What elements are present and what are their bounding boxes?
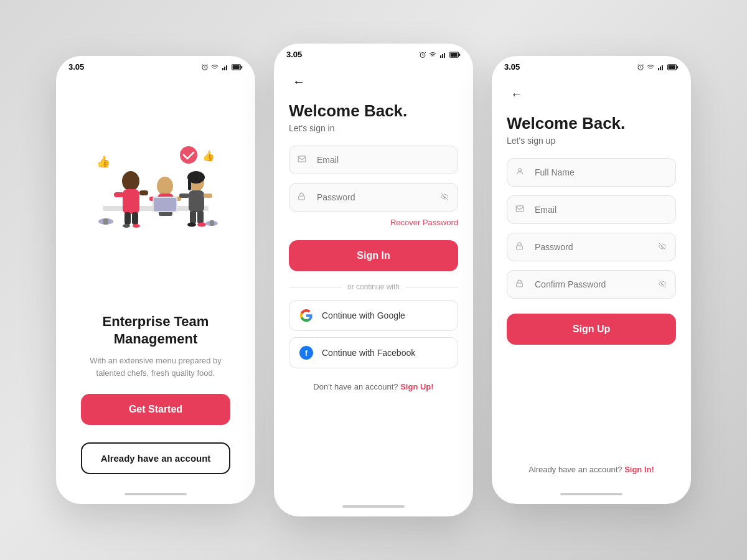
phone-signin: 3.05 ← Welcome Back. Let's sign in bbox=[274, 44, 473, 516]
svg-rect-47 bbox=[298, 156, 306, 162]
svg-rect-1 bbox=[222, 68, 223, 70]
wifi-icon-2 bbox=[428, 51, 437, 58]
status-time-3: 3.05 bbox=[504, 62, 520, 72]
fullname-field[interactable] bbox=[507, 158, 676, 187]
signin-link[interactable]: Sign In! bbox=[624, 465, 654, 474]
signin-bottom-text: Don't have an account? Sign Up! bbox=[289, 382, 458, 391]
email-input-group-signup bbox=[507, 195, 676, 224]
battery-icon-1 bbox=[232, 63, 243, 71]
svg-rect-22 bbox=[189, 190, 204, 212]
back-button-signin[interactable]: ← bbox=[289, 72, 309, 91]
signup-link[interactable]: Sign Up! bbox=[400, 382, 433, 391]
alarm-icon bbox=[201, 63, 209, 71]
svg-rect-12 bbox=[125, 212, 131, 225]
svg-rect-39 bbox=[210, 220, 214, 226]
svg-rect-37 bbox=[103, 218, 108, 225]
svg-rect-28 bbox=[197, 211, 204, 223]
google-icon bbox=[299, 309, 313, 322]
signin-title: Welcome Back. bbox=[289, 101, 458, 121]
status-bar-3: 3.05 bbox=[492, 56, 691, 74]
svg-rect-52 bbox=[660, 67, 661, 70]
home-indicator-2 bbox=[342, 505, 405, 508]
svg-rect-26 bbox=[204, 194, 212, 198]
sign-in-button[interactable]: Sign In bbox=[289, 240, 458, 271]
home-indicator-1 bbox=[125, 493, 187, 495]
wifi-icon-1 bbox=[210, 63, 219, 71]
phone-onboarding: 3.05 bbox=[56, 56, 255, 504]
svg-rect-51 bbox=[658, 68, 659, 70]
back-button-signup[interactable]: ← bbox=[507, 84, 527, 104]
status-icons-2 bbox=[419, 51, 461, 58]
illustration-area: 👍 👍 bbox=[56, 74, 255, 313]
phone-signup: 3.05 ← Welcome Back. Let's sign up bbox=[492, 56, 691, 504]
have-account-text: Already have an account? bbox=[529, 465, 622, 474]
email-input-group bbox=[289, 146, 458, 174]
email-field-signup[interactable] bbox=[507, 195, 676, 224]
eye-icon-confirm[interactable] bbox=[657, 279, 667, 289]
svg-rect-3 bbox=[226, 65, 227, 70]
svg-rect-2 bbox=[224, 67, 225, 70]
email-field[interactable] bbox=[289, 146, 458, 174]
svg-point-15 bbox=[133, 224, 140, 228]
signup-content: ← Welcome Back. Let's sign up bbox=[492, 74, 691, 487]
lock-icon-signin bbox=[298, 192, 306, 203]
google-button-label: Continue with Google bbox=[322, 310, 405, 320]
app-description: With an extensive menu prepared by talen… bbox=[81, 355, 230, 379]
already-account-button[interactable]: Already have an account bbox=[81, 442, 230, 474]
signup-bottom-text: Already have an account? Sign In! bbox=[507, 452, 676, 474]
recover-password-link[interactable]: Recover Password bbox=[390, 218, 458, 227]
status-bar-1: 3.05 bbox=[56, 56, 255, 74]
password-input-group bbox=[289, 183, 458, 212]
alarm-icon-3 bbox=[637, 63, 644, 71]
divider-right bbox=[406, 287, 458, 287]
no-account-text: Don't have an account? bbox=[313, 382, 398, 391]
svg-rect-6 bbox=[233, 65, 240, 69]
get-started-button[interactable]: Get Started bbox=[81, 394, 230, 425]
password-field[interactable] bbox=[289, 183, 458, 212]
svg-point-14 bbox=[123, 224, 130, 228]
eye-icon-password[interactable] bbox=[439, 192, 449, 202]
wifi-icon-3 bbox=[646, 63, 655, 71]
svg-rect-53 bbox=[662, 65, 663, 70]
battery-icon-3 bbox=[667, 63, 679, 71]
svg-point-35 bbox=[180, 146, 197, 164]
home-indicator-3 bbox=[560, 493, 622, 495]
app-title: Enterprise Team Management bbox=[81, 313, 230, 348]
svg-text:👍: 👍 bbox=[96, 155, 111, 169]
signin-subtitle: Let's sign in bbox=[289, 123, 458, 133]
team-illustration: 👍 👍 bbox=[84, 131, 227, 256]
facebook-button[interactable]: f Continue with Facebook bbox=[289, 337, 458, 368]
svg-rect-61 bbox=[517, 283, 523, 287]
sign-up-button[interactable]: Sign Up bbox=[507, 314, 676, 345]
svg-rect-10 bbox=[114, 192, 124, 197]
svg-rect-58 bbox=[516, 206, 524, 212]
svg-rect-56 bbox=[669, 65, 675, 69]
svg-rect-25 bbox=[179, 194, 189, 198]
svg-text:👍: 👍 bbox=[202, 150, 215, 162]
status-time-1: 3.05 bbox=[68, 62, 84, 72]
status-icons-1 bbox=[201, 63, 243, 71]
password-field-signup[interactable] bbox=[507, 233, 676, 261]
svg-rect-45 bbox=[459, 54, 460, 56]
signup-title: Welcome Back. bbox=[507, 114, 676, 133]
status-icons-3 bbox=[637, 63, 679, 71]
fullname-input-group bbox=[507, 158, 676, 187]
status-time-2: 3.05 bbox=[286, 50, 302, 59]
or-continue-label: or continue with bbox=[347, 282, 400, 291]
svg-rect-13 bbox=[132, 212, 138, 225]
svg-rect-24 bbox=[188, 179, 191, 190]
svg-rect-11 bbox=[139, 190, 148, 195]
google-button[interactable]: Continue with Google bbox=[289, 300, 458, 331]
confirm-password-field[interactable] bbox=[507, 270, 676, 299]
svg-point-29 bbox=[187, 222, 196, 226]
facebook-icon: f bbox=[299, 346, 313, 360]
svg-rect-43 bbox=[444, 53, 445, 58]
svg-point-30 bbox=[197, 222, 206, 226]
email-icon bbox=[298, 155, 306, 166]
eye-icon-password-signup[interactable] bbox=[657, 242, 667, 252]
signal-icon-2 bbox=[439, 51, 448, 58]
recover-link: Recover Password bbox=[289, 217, 458, 228]
svg-point-57 bbox=[519, 169, 522, 172]
alarm-icon-2 bbox=[419, 51, 426, 58]
password-input-group-signup bbox=[507, 233, 676, 261]
